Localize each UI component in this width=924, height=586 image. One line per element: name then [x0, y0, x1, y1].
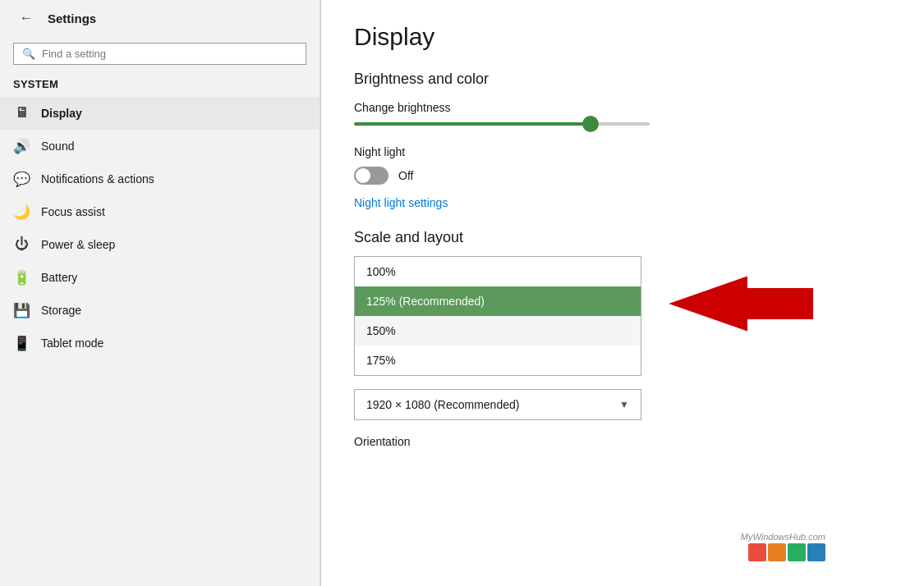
main-content: Display Brightness and color Change brig… — [321, 0, 924, 586]
storage-icon: 💾 — [13, 302, 30, 318]
power-icon: ⏻ — [13, 236, 30, 253]
brightness-thumb[interactable] — [582, 116, 599, 132]
night-light-state: Off — [398, 169, 413, 182]
search-input[interactable] — [42, 48, 297, 60]
brightness-label: Change brightness — [354, 101, 891, 114]
battery-icon: 🔋 — [13, 269, 30, 286]
night-light-label: Night light — [354, 145, 891, 158]
sidebar-item-label: Display — [41, 107, 82, 120]
scale-option-125[interactable]: 125% (Recommended) — [355, 286, 641, 316]
scale-dropdown-list[interactable]: 100% 125% (Recommended) 150% 175% — [354, 256, 641, 376]
sidebar-item-power[interactable]: ⏻ Power & sleep — [0, 228, 319, 261]
sidebar-header: ← Settings — [0, 0, 319, 36]
chevron-down-icon: ▼ — [619, 399, 629, 410]
scale-option-100[interactable]: 100% — [355, 257, 641, 286]
settings-title: Settings — [48, 11, 96, 25]
sidebar-item-label: Tablet mode — [41, 336, 103, 350]
brightness-fill — [354, 122, 591, 126]
focus-icon: 🌙 — [13, 204, 30, 220]
back-button[interactable]: ← — [13, 7, 39, 29]
scale-dropdown-wrapper: 100% 125% (Recommended) 150% 175% — [354, 256, 641, 389]
sidebar-item-label: Storage — [41, 304, 81, 317]
system-label: System — [0, 75, 319, 97]
scale-section-title: Scale and layout — [354, 229, 891, 246]
search-box[interactable]: 🔍 — [13, 43, 306, 65]
sidebar-item-notifications[interactable]: 💬 Notifications & actions — [0, 163, 319, 195]
scale-option-175[interactable]: 175% — [355, 346, 641, 375]
sidebar-item-sound[interactable]: 🔊 Sound — [0, 130, 319, 163]
red-arrow-annotation — [666, 271, 830, 336]
resolution-value: 1920 × 1080 (Recommended) — [366, 398, 519, 411]
display-icon: 🖥 — [13, 105, 30, 121]
sidebar-item-label: Notifications & actions — [41, 172, 154, 185]
brightness-slider[interactable] — [354, 122, 650, 126]
sidebar-item-label: Battery — [41, 271, 77, 284]
sidebar-item-tablet[interactable]: 📱 Tablet mode — [0, 327, 319, 359]
resolution-dropdown[interactable]: 1920 × 1080 (Recommended) ▼ — [354, 389, 641, 420]
night-light-toggle[interactable] — [354, 167, 388, 185]
sidebar-item-battery[interactable]: 🔋 Battery — [0, 261, 319, 294]
sidebar-item-label: Focus assist — [41, 205, 105, 218]
sidebar-item-display[interactable]: 🖥 Display — [0, 97, 319, 130]
search-icon: 🔍 — [22, 48, 35, 60]
sidebar-item-label: Power & sleep — [41, 238, 115, 251]
sidebar-item-focus[interactable]: 🌙 Focus assist — [0, 195, 319, 228]
night-light-settings-link[interactable]: Night light settings — [354, 196, 448, 209]
night-light-row: Off — [354, 167, 891, 185]
brightness-section-title: Brightness and color — [354, 71, 891, 88]
sidebar: ← Settings 🔍 System 🖥 Display 🔊 Sound 💬 … — [0, 0, 320, 586]
tablet-icon: 📱 — [13, 335, 30, 351]
notifications-icon: 💬 — [13, 171, 30, 187]
orientation-label: Orientation — [354, 435, 891, 448]
sidebar-item-label: Sound — [41, 140, 74, 153]
sound-icon: 🔊 — [13, 138, 30, 154]
sidebar-item-storage[interactable]: 💾 Storage — [0, 294, 319, 327]
scale-option-150[interactable]: 150% — [355, 316, 641, 346]
toggle-knob — [356, 168, 370, 183]
svg-marker-0 — [666, 275, 814, 332]
page-title: Display — [354, 23, 891, 51]
